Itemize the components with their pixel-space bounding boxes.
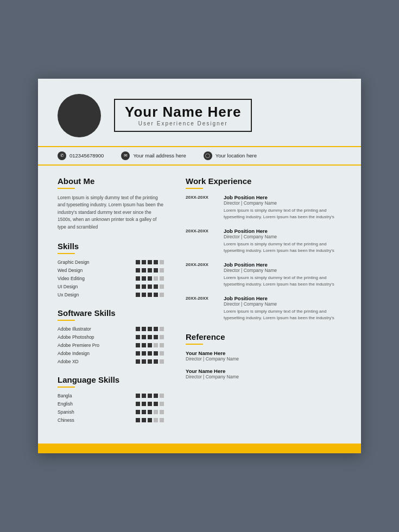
language-skills-underline — [58, 387, 75, 388]
dot-empty — [154, 418, 158, 422]
language-skill-item: Chiness — [58, 417, 164, 423]
dot-filled — [148, 343, 152, 347]
dot-filled — [136, 410, 140, 414]
language-skills-section: Language Skills BanglaEnglishSpanishChin… — [58, 375, 164, 423]
skill-name: Wed Design — [58, 268, 83, 273]
skills-list: Graphic DesignWed DesignVideo EditingUI … — [58, 259, 164, 297]
reference-title: Reference — [186, 332, 341, 341]
dot-empty — [160, 418, 164, 422]
name-block: Your Name Here User Experience Designer — [114, 99, 252, 132]
footer-bar — [38, 444, 361, 453]
skills-title: Skills — [58, 242, 164, 251]
language-skill-item: Bangla — [58, 393, 164, 398]
skill-item: UI Design — [58, 284, 164, 289]
reference-entry: Your Name Here Director | Company Name — [186, 350, 341, 362]
dot-empty — [154, 410, 158, 414]
dot-filled — [136, 276, 140, 281]
job-description: Lorem Ipsum is simply dummy text of the … — [224, 308, 341, 321]
work-details: Job Position Here Director | Company Nam… — [224, 228, 341, 254]
work-details: Job Position Here Director | Company Nam… — [224, 194, 341, 220]
dot-filled — [142, 268, 146, 273]
dot-filled — [142, 410, 146, 414]
location-icon: ◯ — [204, 151, 212, 160]
language-skill-name: Spanish — [58, 409, 74, 415]
about-title: About Me — [58, 176, 164, 186]
work-date: 20XX-20XX — [186, 262, 218, 288]
software-skill-name: Adobe Indesign — [58, 351, 90, 356]
left-column: About Me Lorem Ipsum is simply dummy tex… — [58, 176, 177, 434]
dot-filled — [148, 410, 152, 414]
dot-filled — [148, 293, 152, 297]
dot-filled — [148, 359, 152, 364]
ref-name: Your Name Here — [186, 368, 341, 374]
skill-name: Ux Design — [58, 292, 79, 297]
software-skills-section: Software Skills Adobe IllustratorAdobe P… — [58, 308, 164, 364]
dot-filled — [148, 260, 152, 264]
contact-location: ◯ Your location here — [204, 151, 257, 160]
ref-role: Director | Company Name — [186, 374, 341, 379]
skills-section: Skills Graphic DesignWed DesignVideo Edi… — [58, 242, 164, 297]
about-underline — [58, 188, 75, 189]
email-icon: ✉ — [121, 151, 130, 160]
dot-filled — [136, 418, 140, 422]
work-date: 20XX-20XX — [186, 228, 218, 254]
work-experience-underline — [186, 188, 203, 189]
dot-filled — [142, 359, 146, 364]
dot-filled — [136, 260, 140, 264]
dot-filled — [136, 402, 140, 406]
job-description: Lorem Ipsum is simply dummy text of the … — [224, 275, 341, 288]
skill-name: Graphic Design — [58, 259, 90, 265]
dot-filled — [154, 351, 158, 356]
skill-item: Ux Design — [58, 292, 164, 297]
ref-name: Your Name Here — [186, 350, 341, 356]
language-skill-item: English — [58, 401, 164, 407]
software-skill-name: Adobe Premiere Pro — [58, 343, 99, 348]
dot-filled — [142, 343, 146, 347]
job-description: Lorem Ipsum is simply dummy text of the … — [224, 207, 341, 220]
dot-empty — [160, 343, 164, 347]
work-date: 20XX-20XX — [186, 295, 218, 321]
skill-name: Video Editing — [58, 276, 85, 281]
dot-filled — [148, 402, 152, 406]
about-section: About Me Lorem Ipsum is simply dummy tex… — [58, 176, 164, 231]
candidate-title: User Experience Designer — [125, 121, 241, 126]
dot-filled — [136, 359, 140, 364]
job-company: Director | Company Name — [224, 301, 341, 307]
dot-filled — [142, 335, 146, 339]
language-skills-list: BanglaEnglishSpanishChiness — [58, 393, 164, 423]
dot-filled — [136, 268, 140, 273]
language-skill-item: Spanish — [58, 409, 164, 415]
dot-empty — [160, 293, 164, 297]
skill-item: Wed Design — [58, 268, 164, 273]
reference-entries: Your Name Here Director | Company Name Y… — [186, 350, 341, 379]
skills-underline — [58, 253, 75, 254]
job-title: Job Position Here — [224, 262, 341, 268]
resume-document: Your Name Here User Experience Designer … — [38, 79, 361, 454]
contact-phone: ✆ 012345678900 — [58, 151, 104, 160]
work-experience-section: Work Experience 20XX-20XX Job Position H… — [186, 176, 341, 321]
dot-empty — [160, 268, 164, 273]
dot-filled — [136, 351, 140, 356]
work-details: Job Position Here Director | Company Nam… — [224, 295, 341, 321]
dot-filled — [154, 284, 158, 289]
dot-empty — [160, 260, 164, 264]
dot-empty — [160, 394, 164, 398]
dot-empty — [160, 351, 164, 356]
contact-bar: ✆ 012345678900 ✉ Your mail address here … — [38, 146, 361, 166]
reference-section: Reference Your Name Here Director | Comp… — [186, 332, 341, 379]
software-skills-list: Adobe IllustratorAdobe PhotoshopAdobe Pr… — [58, 326, 164, 364]
software-skill-item: Adobe Premiere Pro — [58, 343, 164, 348]
dot-empty — [160, 335, 164, 339]
dot-filled — [142, 260, 146, 264]
software-skill-item: Adobe Indesign — [58, 351, 164, 356]
dot-filled — [136, 343, 140, 347]
dot-filled — [154, 402, 158, 406]
software-skills-title: Software Skills — [58, 308, 164, 318]
about-text: Lorem Ipsum is simply dummy text of the … — [58, 194, 164, 231]
language-skill-name: English — [58, 401, 73, 407]
job-title: Job Position Here — [224, 194, 341, 200]
dot-filled — [148, 335, 152, 339]
work-entry: 20XX-20XX Job Position Here Director | C… — [186, 228, 341, 254]
dot-filled — [136, 284, 140, 289]
language-skills-title: Language Skills — [58, 375, 164, 384]
